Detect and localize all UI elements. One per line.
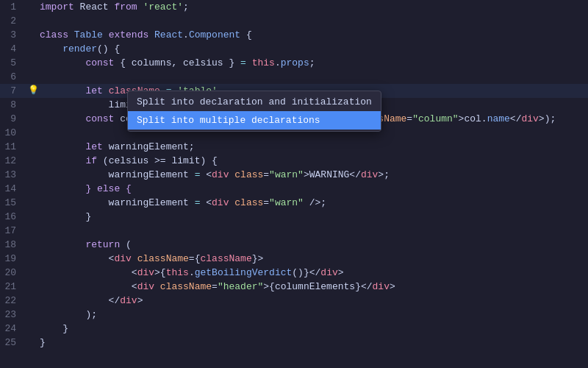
code-line-24: 24 } [0, 322, 588, 336]
line-content-22: </div> [40, 294, 588, 308]
line-content-4: render() { [40, 42, 588, 56]
line-number-19: 19 [0, 252, 26, 266]
line-number-18: 18 [0, 238, 26, 252]
code-line-6: 6 [0, 70, 588, 84]
code-line-23: 23 ); [0, 308, 588, 322]
line-number-2: 2 [0, 14, 26, 28]
bulb-icon[interactable]: 💡 [26, 84, 40, 98]
line-number-10: 10 [0, 126, 26, 140]
code-area: 1import React from 'react';2 3class Tabl… [0, 0, 588, 350]
code-editor: 1import React from 'react';2 3class Tabl… [0, 0, 588, 368]
code-line-14: 14 } else { [0, 182, 588, 196]
code-line-21: 21 <div className="header">{columnElemen… [0, 280, 588, 294]
code-line-17: 17 [0, 224, 588, 238]
code-line-5: 5 const { columns, celsius } = this.prop… [0, 56, 588, 70]
code-line-25: 25} [0, 336, 588, 350]
line-number-24: 24 [0, 322, 26, 336]
menu-item-split-declaration[interactable]: Split into declaration and initializatio… [128, 93, 381, 111]
code-line-13: 13 warningElement = <div class="warn">WA… [0, 168, 588, 182]
line-number-1: 1 [0, 0, 26, 14]
line-content-16: } [40, 210, 588, 224]
line-number-12: 12 [0, 154, 26, 168]
line-content-5: const { columns, celsius } = this.props; [40, 56, 588, 70]
line-content-23: ); [40, 308, 588, 322]
line-number-8: 8 [0, 98, 26, 112]
line-content-18: return ( [40, 238, 588, 252]
code-line-16: 16 } [0, 210, 588, 224]
line-number-5: 5 [0, 56, 26, 70]
line-number-21: 21 [0, 280, 26, 294]
line-number-15: 15 [0, 196, 26, 210]
line-content-17 [40, 224, 588, 238]
code-line-15: 15 warningElement = <div class="warn" />… [0, 196, 588, 210]
line-content-13: warningElement = <div class="warn">WARNI… [40, 168, 588, 182]
line-number-9: 9 [0, 112, 26, 126]
line-number-17: 17 [0, 224, 26, 238]
line-content-11: let warningElement; [40, 140, 588, 154]
line-number-3: 3 [0, 28, 26, 42]
code-line-12: 12 if (celsius >= limit) { [0, 154, 588, 168]
line-content-12: if (celsius >= limit) { [40, 154, 588, 168]
code-line-4: 4 render() { [0, 42, 588, 56]
context-menu[interactable]: Split into declaration and initializatio… [127, 91, 381, 132]
code-line-20: 20 <div>{this.getBoilingVerdict()}</div> [0, 266, 588, 280]
line-number-4: 4 [0, 42, 26, 56]
line-number-13: 13 [0, 168, 26, 182]
code-line-18: 18 return ( [0, 238, 588, 252]
line-content-3: class Table extends React.Component { [40, 28, 588, 42]
line-number-20: 20 [0, 266, 26, 280]
code-line-1: 1import React from 'react'; [0, 0, 588, 14]
line-content-14: } else { [40, 182, 588, 196]
line-content-1: import React from 'react'; [40, 0, 588, 14]
line-content-24: } [40, 322, 588, 336]
code-line-3: 3class Table extends React.Component { [0, 28, 588, 42]
menu-item-split-multiple[interactable]: Split into multiple declarations [128, 111, 381, 130]
line-number-23: 23 [0, 308, 26, 322]
line-content-15: warningElement = <div class="warn" />; [40, 196, 588, 210]
line-content-6 [40, 70, 588, 84]
line-content-20: <div>{this.getBoilingVerdict()}</div> [40, 266, 588, 280]
code-line-2: 2 [0, 14, 588, 28]
line-content-21: <div className="header">{columnElements}… [40, 280, 588, 294]
line-content-25: } [40, 336, 588, 350]
line-number-14: 14 [0, 182, 26, 196]
code-line-22: 22 </div> [0, 294, 588, 308]
line-number-11: 11 [0, 140, 26, 154]
line-content-2 [40, 14, 588, 28]
code-line-19: 19 <div className={className}> [0, 252, 588, 266]
code-line-11: 11 let warningElement; [0, 140, 588, 154]
line-number-22: 22 [0, 294, 26, 308]
line-number-25: 25 [0, 336, 26, 350]
line-number-16: 16 [0, 210, 26, 224]
line-content-19: <div className={className}> [40, 252, 588, 266]
line-number-6: 6 [0, 70, 26, 84]
line-number-7: 7 [0, 84, 26, 98]
